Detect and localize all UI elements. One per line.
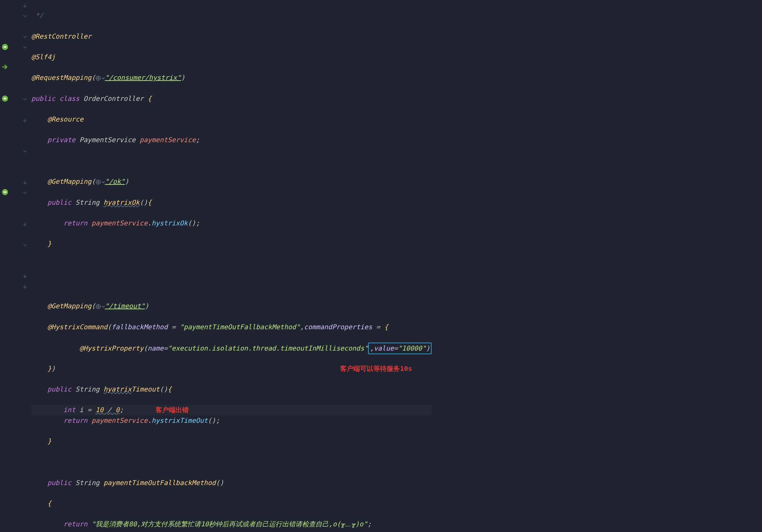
type-string: String: [75, 198, 99, 206]
fold-end-icon[interactable]: [23, 3, 27, 8]
spring-mvc-icon[interactable]: [1, 95, 9, 102]
highlighted-box: ,value="10000"): [368, 343, 432, 354]
num-0: 0: [116, 406, 120, 414]
fold-open-icon[interactable]: [23, 190, 27, 195]
annotation-resource: @Resource: [47, 115, 83, 123]
method-hyatrixtimeout: hyatrix: [104, 385, 132, 393]
spring-mvc-icon[interactable]: [1, 188, 9, 196]
param-name: name: [148, 344, 164, 352]
keyword-int: int: [63, 406, 75, 414]
annotation-getmapping: @GetMapping: [47, 177, 91, 185]
keyword-return: return: [63, 520, 87, 528]
red-annotation-wait: 客户端可以等待服务10s: [340, 365, 412, 373]
red-annotation-error: 客户端出错: [156, 406, 189, 414]
url-string[interactable]: "/consumer/hystrix": [105, 74, 181, 82]
method-call: hystrixTimeOut: [152, 416, 208, 424]
fold-column: [23, 0, 31, 532]
inject-icon[interactable]: [1, 63, 9, 71]
fold-open-icon[interactable]: [23, 97, 27, 102]
method-hyatrixok: hyatrixOk: [104, 198, 140, 206]
fold-open-icon[interactable]: [23, 45, 27, 50]
type-string: String: [75, 385, 99, 393]
globe-icon[interactable]: [96, 76, 101, 81]
fold-open-icon[interactable]: [23, 149, 27, 153]
chevron-down-icon[interactable]: [102, 180, 105, 184]
keyword-public: public: [47, 479, 71, 487]
code-editor: */ @RestController @Slf4j @RequestMappin…: [0, 0, 762, 532]
keyword-private: private: [47, 136, 75, 144]
string-fallback: "paymentTimeOutFallbackMethod": [180, 323, 300, 331]
param-fallbackmethod: fallbackMethod: [112, 323, 168, 331]
field-paymentservice: paymentService: [140, 136, 196, 144]
keyword-class: class: [59, 95, 79, 103]
comment-text: */: [35, 11, 43, 19]
class-name: OrderController: [84, 95, 144, 103]
fold-open-icon[interactable]: [23, 14, 27, 18]
annotation-hystrixcommand: @HystrixCommand: [47, 323, 108, 331]
chevron-down-icon[interactable]: [102, 305, 105, 308]
fold-open-icon[interactable]: [23, 243, 27, 247]
field-ref: paymentService: [92, 219, 148, 227]
type-string: String: [75, 479, 99, 487]
globe-icon[interactable]: [96, 179, 101, 185]
keyword-return: return: [63, 219, 87, 227]
fold-end-icon[interactable]: [23, 118, 27, 123]
fold-end-icon[interactable]: [23, 222, 27, 226]
fold-end-icon[interactable]: [23, 284, 27, 289]
string-return-msg: "我是消费者80,对方支付系统繁忙请10秒钟后再试或者自己运行出错请检查自己,o…: [92, 520, 368, 528]
annotation-slf4j: @Slf4j: [31, 53, 55, 61]
url-string[interactable]: "/ok": [105, 177, 125, 185]
keyword-return: return: [63, 416, 87, 424]
code-area[interactable]: */ @RestController @Slf4j @RequestMappin…: [31, 0, 432, 532]
fold-end-icon[interactable]: [23, 274, 27, 278]
annotation-restcontroller: @RestController: [31, 32, 92, 40]
keyword-public: public: [47, 198, 71, 206]
param-commandproperties: commandProperties: [304, 323, 372, 331]
type-paymentservice: PaymentService: [80, 136, 136, 144]
keyword-public: public: [31, 95, 55, 103]
globe-icon[interactable]: [96, 304, 101, 309]
num-10: 10: [96, 406, 104, 414]
annotation-getmapping: @GetMapping: [47, 302, 91, 310]
keyword-public: public: [47, 385, 71, 393]
annotation-hystrixproperty: @HystrixProperty: [80, 344, 144, 352]
spring-bean-icon[interactable]: [1, 43, 9, 51]
fold-open-icon[interactable]: [23, 34, 27, 39]
chevron-down-icon[interactable]: [102, 77, 105, 80]
fold-end-icon[interactable]: [23, 180, 27, 185]
method-call: hystrixOk: [152, 219, 188, 227]
field-ref: paymentService: [92, 416, 148, 424]
string-prop: "execution.isolation.thread.timeoutInMil…: [168, 344, 368, 352]
var-i: i: [80, 406, 84, 414]
param-value: value: [374, 344, 394, 352]
string-10000: "10000": [398, 344, 426, 352]
url-string[interactable]: "/timeout": [105, 302, 145, 310]
method-fallback: paymentTimeOutFallbackMethod: [104, 479, 216, 487]
annotation-requestmapping: @RequestMapping: [31, 74, 92, 82]
gutter: [0, 0, 23, 532]
